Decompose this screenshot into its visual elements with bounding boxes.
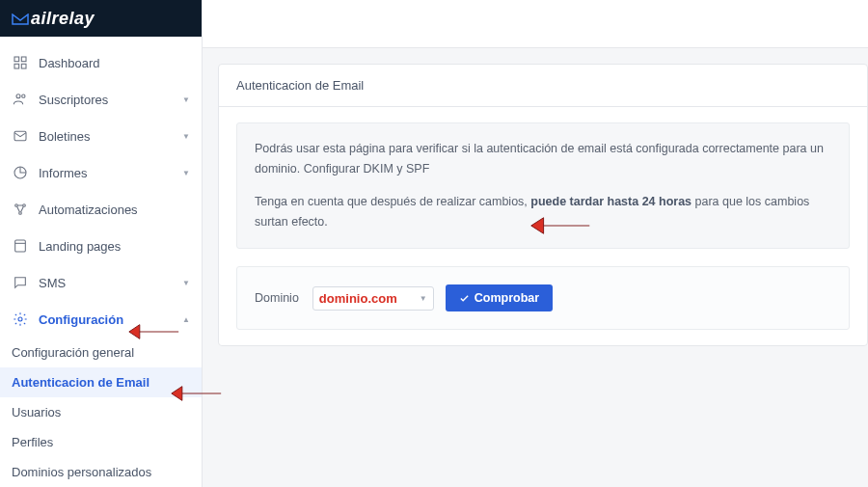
check-icon <box>459 293 470 304</box>
check-button[interactable]: Comprobar <box>446 284 553 311</box>
svg-rect-1 <box>21 57 26 62</box>
chevron-down-icon: ▼ <box>182 95 190 104</box>
sidebar-item-label: Suscriptores <box>39 93 182 107</box>
dashboard-icon <box>12 54 29 71</box>
mail-icon <box>12 127 29 145</box>
info-p1: Podrás usar esta página para verificar s… <box>255 139 831 180</box>
domain-form: Dominio ▼ Comprobar <box>236 266 850 330</box>
sidebar-item-label: Configuración <box>39 312 182 327</box>
sidebar-item-configuration[interactable]: Configuración ▲ <box>0 301 202 338</box>
users-icon <box>12 91 29 108</box>
svg-point-8 <box>15 204 18 207</box>
brand-logo: ailrelay <box>12 9 95 29</box>
svg-rect-11 <box>15 240 26 252</box>
sidebar-item-sms[interactable]: SMS ▼ <box>0 264 202 301</box>
svg-point-9 <box>23 204 26 207</box>
chevron-up-icon: ▲ <box>182 315 190 324</box>
sidebar: ailrelay Dashboard Suscriptores ▼ Boleti… <box>0 0 203 487</box>
sidebar-item-reports[interactable]: Informes ▼ <box>0 154 202 191</box>
main: Autenticacion de Email Podrás usar esta … <box>203 0 868 487</box>
card-body: Podrás usar esta página para verificar s… <box>219 107 867 345</box>
sub-item-custom-domains[interactable]: Dominios personalizados <box>0 457 202 487</box>
email-auth-card: Autenticacion de Email Podrás usar esta … <box>218 64 868 346</box>
chevron-down-icon: ▼ <box>182 132 190 141</box>
sidebar-item-label: Automatizaciones <box>39 203 190 217</box>
sidebar-item-landing[interactable]: Landing pages <box>0 228 202 264</box>
gear-icon <box>12 311 29 328</box>
sidebar-item-label: Informes <box>39 166 182 180</box>
info-p2: Tenga en cuenta que después de realizar … <box>255 192 831 233</box>
domain-input[interactable] <box>319 291 414 306</box>
sidebar-item-subscribers[interactable]: Suscriptores ▼ <box>0 81 202 118</box>
chart-icon <box>12 164 29 181</box>
svg-point-12 <box>18 317 22 321</box>
sidebar-item-label: Dashboard <box>39 56 190 70</box>
page-icon <box>12 237 29 255</box>
svg-point-4 <box>16 95 20 98</box>
info-p2b: puede tardar hasta 24 horas <box>530 195 692 208</box>
sidebar-menu: Dashboard Suscriptores ▼ Boletines ▼ Inf… <box>0 37 202 487</box>
content: Autenticacion de Email Podrás usar esta … <box>203 48 868 346</box>
domain-input-wrap[interactable]: ▼ <box>312 286 434 311</box>
sub-item-profiles[interactable]: Perfiles <box>0 427 202 457</box>
automation-icon <box>12 201 29 218</box>
svg-rect-2 <box>14 64 19 68</box>
check-button-label: Comprobar <box>475 291 539 305</box>
sidebar-item-newsletters[interactable]: Boletines ▼ <box>0 118 202 154</box>
info-p2a: Tenga en cuenta que después de realizar … <box>255 195 530 208</box>
chevron-down-icon: ▼ <box>420 294 427 303</box>
svg-rect-0 <box>14 57 19 62</box>
sidebar-item-label: Landing pages <box>39 239 190 254</box>
svg-point-5 <box>22 95 25 97</box>
svg-point-10 <box>19 212 22 215</box>
domain-label: Dominio <box>255 291 299 305</box>
sub-item-users[interactable]: Usuarios <box>0 397 202 427</box>
brand-name: ailrelay <box>31 9 95 28</box>
chevron-down-icon: ▼ <box>182 169 190 177</box>
topbar <box>203 0 868 48</box>
envelope-icon <box>12 10 29 21</box>
svg-rect-3 <box>21 64 26 68</box>
sidebar-item-dashboard[interactable]: Dashboard <box>0 44 202 81</box>
sub-item-general[interactable]: Configuración general <box>0 338 202 367</box>
sidebar-item-label: SMS <box>39 276 182 290</box>
svg-rect-6 <box>14 131 26 140</box>
sidebar-item-label: Boletines <box>39 129 182 144</box>
logo-bar: ailrelay <box>0 0 202 37</box>
sidebar-item-automations[interactable]: Automatizaciones <box>0 191 202 228</box>
chevron-down-icon: ▼ <box>182 279 190 287</box>
sidebar-submenu-configuration: Configuración general Autenticacion de E… <box>0 338 202 487</box>
chat-icon <box>12 274 29 291</box>
info-box: Podrás usar esta página para verificar s… <box>236 122 850 249</box>
card-title: Autenticacion de Email <box>219 65 867 107</box>
sub-item-email-auth[interactable]: Autenticacion de Email <box>0 367 202 397</box>
